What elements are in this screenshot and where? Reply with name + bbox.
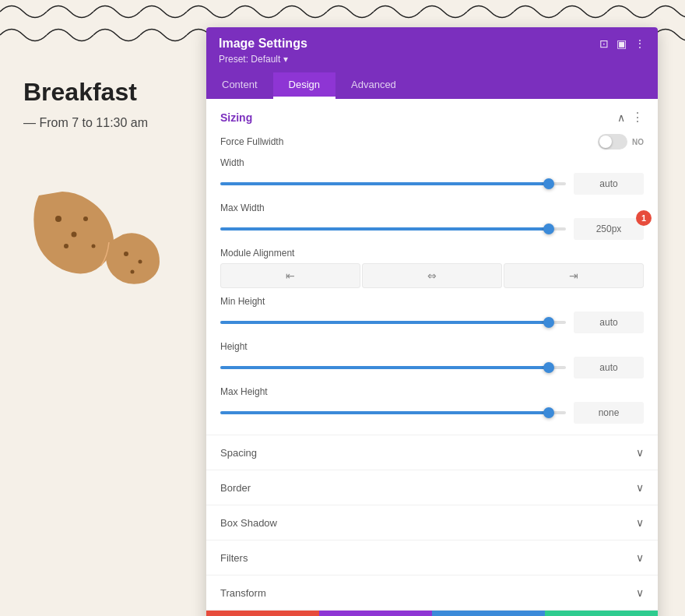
toggle-no-label: NO: [632, 138, 644, 146]
max-width-label: Max Width: [220, 202, 644, 213]
filters-chevron: ∨: [636, 551, 644, 564]
breakfast-title: Breakfast: [23, 78, 195, 107]
svg-point-2: [72, 232, 77, 238]
width-slider-thumb[interactable]: [543, 178, 554, 189]
tab-bar: Content Design Advanced: [206, 72, 658, 99]
toggle-switch[interactable]: [598, 134, 627, 150]
max-height-slider-fill: [220, 411, 549, 414]
max-height-slider-row: [220, 402, 644, 424]
sizing-section-header[interactable]: Sizing ∧ ⋮: [220, 110, 644, 125]
module-alignment-label: Module Alignment: [220, 248, 644, 259]
section-more-icon[interactable]: ⋮: [631, 110, 644, 125]
min-height-slider-fill: [220, 321, 549, 324]
filters-label: Filters: [220, 552, 248, 564]
max-height-label: Max Height: [220, 386, 644, 397]
redo-button[interactable]: ↻: [432, 611, 545, 616]
border-label: Border: [220, 482, 251, 494]
spacing-chevron: ∨: [636, 446, 644, 459]
panel-body: Sizing ∧ ⋮ Force Fullwidth NO Width: [206, 99, 658, 611]
spacing-label: Spacing: [220, 447, 257, 459]
more-icon[interactable]: ⋮: [634, 37, 645, 50]
align-center-btn[interactable]: ⇔: [362, 263, 502, 288]
confirm-button[interactable]: ✓: [545, 611, 658, 616]
module-alignment-row: Module Alignment ⇤ ⇔ ⇥: [220, 248, 644, 288]
transform-section[interactable]: Transform ∨: [206, 576, 658, 611]
alignment-buttons: ⇤ ⇔ ⇥: [220, 263, 644, 288]
align-left-btn[interactable]: ⇤: [220, 263, 360, 288]
panel-header: Image Settings ⊡ ▣ ⋮ Preset: Default ▾: [206, 27, 658, 72]
max-width-slider-fill: [220, 227, 549, 231]
panel-footer: ✕ ↺ ↻ ✓: [206, 611, 658, 616]
width-label: Width: [220, 157, 644, 168]
max-height-row: Max Height: [220, 386, 644, 424]
collapse-icon[interactable]: ∧: [617, 111, 625, 124]
tab-content[interactable]: Content: [206, 72, 273, 99]
svg-point-5: [92, 245, 96, 248]
max-height-value[interactable]: [574, 402, 644, 424]
min-height-slider-thumb[interactable]: [543, 317, 554, 328]
spacing-section[interactable]: Spacing ∨: [206, 435, 658, 470]
columns-icon[interactable]: ▣: [616, 37, 627, 50]
svg-point-4: [64, 244, 68, 248]
box-shadow-section[interactable]: Box Shadow ∨: [206, 505, 658, 540]
max-width-slider-thumb[interactable]: [543, 224, 554, 234]
panel-title: Image Settings: [219, 37, 307, 51]
cookie-image: [23, 149, 163, 289]
min-height-label: Min Height: [220, 296, 644, 307]
max-width-slider-row: 1: [220, 218, 644, 240]
max-width-row: Max Width 1: [220, 202, 644, 240]
min-height-row: Min Height: [220, 296, 644, 333]
border-section[interactable]: Border ∨: [206, 470, 658, 505]
height-label: Height: [220, 341, 644, 352]
min-height-slider-track[interactable]: [220, 321, 566, 324]
panel-preset[interactable]: Preset: Default ▾: [219, 54, 645, 65]
settings-panel: Image Settings ⊡ ▣ ⋮ Preset: Default ▾ C…: [206, 27, 658, 616]
max-height-slider-track[interactable]: [220, 411, 566, 414]
sizing-section: Sizing ∧ ⋮ Force Fullwidth NO Width: [206, 99, 658, 435]
transform-chevron: ∨: [636, 586, 644, 599]
height-slider-track[interactable]: [220, 366, 566, 369]
box-shadow-label: Box Shadow: [220, 517, 277, 529]
undo-button[interactable]: ↺: [319, 611, 432, 616]
height-slider-thumb[interactable]: [543, 362, 554, 373]
filters-section[interactable]: Filters ∨: [206, 540, 658, 576]
box-shadow-chevron: ∨: [636, 516, 644, 529]
max-height-slider-thumb[interactable]: [543, 407, 554, 418]
width-slider-row: [220, 173, 644, 195]
min-height-slider-row: [220, 312, 644, 333]
sizing-title: Sizing: [220, 111, 252, 124]
transform-label: Transform: [220, 587, 266, 599]
svg-point-3: [83, 216, 88, 221]
force-fullwidth-row: Force Fullwidth NO: [220, 134, 644, 150]
panel-header-icons: ⊡ ▣ ⋮: [599, 37, 645, 50]
maximize-icon[interactable]: ⊡: [599, 37, 609, 50]
border-chevron: ∨: [636, 481, 644, 494]
svg-point-1: [55, 216, 61, 222]
align-right-btn[interactable]: ⇥: [504, 263, 644, 288]
force-fullwidth-toggle[interactable]: NO: [598, 134, 644, 150]
max-width-slider-track[interactable]: [220, 227, 566, 231]
force-fullwidth-label: Force Fullwidth: [220, 136, 283, 147]
width-slider-fill: [220, 182, 549, 185]
height-slider-fill: [220, 366, 549, 369]
svg-point-6: [124, 252, 128, 256]
max-width-badge: 1: [636, 210, 652, 226]
width-slider-track[interactable]: [220, 182, 566, 185]
height-value[interactable]: [574, 357, 644, 378]
max-width-value[interactable]: [574, 218, 644, 240]
left-content: Breakfast — From 7 to 11:30 am: [23, 78, 195, 289]
height-slider-row: [220, 357, 644, 378]
width-row: Width: [220, 157, 644, 195]
height-row: Height: [220, 341, 644, 378]
section-controls: ∧ ⋮: [617, 110, 644, 125]
svg-point-7: [139, 260, 142, 264]
tab-advanced[interactable]: Advanced: [335, 72, 412, 99]
width-value[interactable]: [574, 173, 644, 195]
breakfast-time: — From 7 to 11:30 am: [23, 116, 195, 130]
min-height-value[interactable]: [574, 312, 644, 333]
cancel-button[interactable]: ✕: [206, 611, 319, 616]
tab-design[interactable]: Design: [273, 72, 335, 99]
svg-point-8: [131, 270, 135, 274]
